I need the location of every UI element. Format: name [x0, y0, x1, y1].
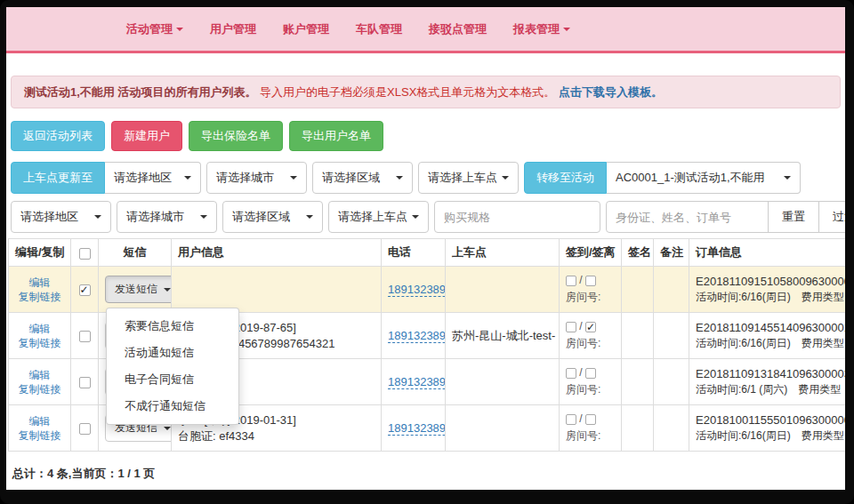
- nav-label: 接驳点管理: [429, 22, 487, 36]
- signature-cell: [622, 313, 654, 359]
- search-filter-row: 请选择地区 请选择城市 请选择区域 请选择上车点 重置 过滤: [11, 201, 841, 233]
- row-checkbox[interactable]: [79, 331, 91, 342]
- nav-label: 用户管理: [210, 22, 256, 36]
- order-info-cell: E2018110915105800963000025 活动时间:6/16(周日)…: [689, 267, 846, 313]
- copy-link[interactable]: 复制链接: [15, 382, 64, 396]
- nav-item-report-management[interactable]: 报表管理: [513, 21, 570, 37]
- select-value: 请选择地区: [114, 170, 172, 186]
- row-checkbox[interactable]: [79, 377, 91, 388]
- city-select-filter[interactable]: 请选择城市: [117, 201, 217, 233]
- menu-item-activity-notice-sms[interactable]: 活动通知短信: [107, 340, 238, 366]
- edit-link[interactable]: 编辑: [15, 322, 64, 336]
- pickup-cell: 苏州-昆山-城北-test-: [446, 313, 560, 359]
- district-select-filter[interactable]: 请选择区域: [222, 201, 323, 233]
- select-value: 请选择地区: [20, 209, 78, 225]
- region-select-top[interactable]: 请选择地区: [105, 162, 201, 194]
- checkin-checkbox[interactable]: [566, 276, 576, 286]
- filter-button[interactable]: 过滤: [818, 201, 845, 233]
- col-order-info: 订单信息: [689, 239, 846, 267]
- nav-item-user-management[interactable]: 用户管理: [210, 21, 256, 37]
- table-row: 编辑 复制链接 发送短信 18913238900: [9, 267, 846, 313]
- chevron-down-icon: [563, 28, 570, 31]
- order-id: E201811091318410963000031: [696, 366, 845, 382]
- screenshot-frame: 活动管理 用户管理 账户管理 车队管理 接驳点管理 报表管理 测试活动1,不能用…: [0, 0, 854, 504]
- select-value: 请选择城市: [126, 209, 184, 225]
- menu-item-request-info-sms[interactable]: 索要信息短信: [107, 313, 238, 340]
- nav-item-shuttle-point-management[interactable]: 接驳点管理: [429, 21, 487, 37]
- pickup-point-select-top[interactable]: 请选择上车点: [418, 162, 519, 194]
- edit-link[interactable]: 编辑: [15, 276, 64, 290]
- pickup-point-select-filter[interactable]: 请选择上车点: [328, 201, 429, 233]
- select-value: 请选择区域: [322, 170, 380, 186]
- nav-item-fleet-management[interactable]: 车队管理: [356, 21, 402, 37]
- checkout-checkbox[interactable]: [585, 276, 596, 286]
- table-header-row: 编辑/复制 短信 用户信息 电话 上车点 签到/签离 签名 备注 订单信息: [9, 239, 846, 267]
- checkin-checkbox[interactable]: [566, 368, 576, 379]
- city-select-top[interactable]: 请选择城市: [206, 162, 307, 194]
- row-checkbox[interactable]: [79, 423, 91, 435]
- menu-item-e-contract-sms[interactable]: 电子合同短信: [107, 366, 238, 393]
- edit-link[interactable]: 编辑: [15, 368, 64, 382]
- new-user-button[interactable]: 新建用户: [111, 121, 182, 151]
- checkin-checkbox[interactable]: [566, 322, 576, 332]
- select-value: AC0001_1-测试活动1,不能用: [616, 170, 765, 186]
- checkin-cell: / 房间号:: [560, 359, 622, 405]
- back-to-activity-list-button[interactable]: 返回活动列表: [11, 121, 105, 151]
- sign-separator: /: [579, 412, 582, 425]
- phone-cell: 18913238900: [382, 313, 446, 359]
- export-user-list-button[interactable]: 导出用户名单: [289, 121, 383, 151]
- select-cell: [71, 267, 99, 313]
- sign-separator: /: [579, 366, 582, 379]
- checkout-checkbox[interactable]: [585, 368, 596, 379]
- copy-link[interactable]: 复制链接: [15, 336, 64, 350]
- menu-item-cancel-notice-sms[interactable]: 不成行通知短信: [107, 393, 238, 420]
- room-number-label: 房间号:: [566, 336, 615, 351]
- phone-cell: 18913238900: [382, 405, 446, 452]
- order-id: E2018110915105800963000025: [696, 274, 845, 290]
- alert-title: 测试活动1,不能用 活动项目的所有用户列表。: [24, 85, 256, 99]
- chevron-down-icon: [502, 176, 509, 180]
- phone-link[interactable]: 18913238900: [388, 375, 446, 389]
- edit-link[interactable]: 编辑: [15, 414, 64, 428]
- region-select-filter[interactable]: 请选择地区: [11, 201, 111, 233]
- purchase-spec-input[interactable]: [434, 201, 600, 233]
- pickup-cell: [446, 405, 560, 452]
- phone-link[interactable]: 18913238900: [388, 421, 446, 436]
- chevron-down-icon: [184, 176, 191, 180]
- copy-link[interactable]: 复制链接: [15, 290, 64, 304]
- phone-link[interactable]: 18913238900: [388, 283, 446, 297]
- update-pickup-button[interactable]: 上车点更新至: [11, 162, 105, 194]
- checkout-checkbox[interactable]: [585, 322, 596, 332]
- download-template-link[interactable]: 点击下载导入模板。: [559, 85, 663, 99]
- export-insurance-list-button[interactable]: 导出保险名单: [189, 121, 283, 151]
- send-sms-button[interactable]: 发送短信: [105, 276, 172, 303]
- pickup-cell: [446, 267, 560, 313]
- checkin-cell: / 房间号:: [560, 405, 622, 452]
- search-input[interactable]: [606, 201, 769, 233]
- select-cell: [71, 359, 99, 405]
- select-value: 请选择上车点: [428, 170, 497, 186]
- select-all-checkbox[interactable]: [79, 248, 91, 260]
- phone-link[interactable]: 18913238900: [388, 329, 446, 343]
- checkin-checkbox[interactable]: [566, 414, 576, 425]
- transfer-to-activity-button[interactable]: 转移至活动: [524, 162, 607, 194]
- note-cell: [654, 313, 689, 359]
- activity-select[interactable]: AC0001_1-测试活动1,不能用: [607, 162, 801, 194]
- sms-dropdown-menu: 索要信息短信 活动通知短信 电子合同短信 不成行通知短信: [106, 308, 239, 425]
- nav-item-account-management[interactable]: 账户管理: [283, 21, 329, 37]
- copy-link[interactable]: 复制链接: [15, 428, 64, 443]
- note-cell: [654, 405, 689, 452]
- col-phone: 电话: [382, 239, 446, 267]
- note-cell: [654, 267, 689, 313]
- row-checkbox[interactable]: [79, 284, 91, 296]
- order-info-cell: E201810011555010963000003 活动时间:6/16(周日) …: [689, 405, 846, 452]
- note-cell: [654, 359, 689, 405]
- nav-item-activity-management[interactable]: 活动管理: [126, 21, 183, 37]
- checkout-checkbox[interactable]: [585, 414, 596, 425]
- pickup-update-group: 上车点更新至 请选择地区: [11, 162, 201, 194]
- order-info-cell: E201811091318410963000031 活动时间:6/1 (周六) …: [689, 359, 846, 405]
- checkin-cell: / 房间号:: [560, 313, 622, 359]
- reset-button[interactable]: 重置: [768, 201, 819, 233]
- district-select-top[interactable]: 请选择区域: [312, 162, 413, 194]
- signature-cell: [622, 267, 654, 313]
